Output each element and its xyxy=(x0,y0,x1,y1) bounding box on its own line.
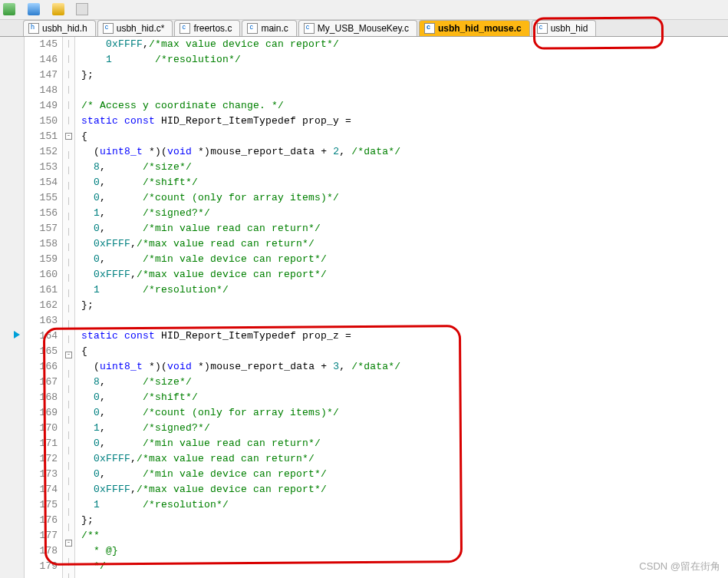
line-number: 146 xyxy=(25,52,58,68)
code-line[interactable]: }; xyxy=(81,513,728,528)
line-number: 174 xyxy=(25,482,58,497)
code-line[interactable]: 1 /*resolution*/ xyxy=(81,52,728,68)
code-line[interactable]: 1, /*signed?*/ xyxy=(81,421,728,436)
code-line[interactable]: 0, /*min vale device can report*/ xyxy=(81,252,728,267)
code-line[interactable]: }; xyxy=(81,68,728,83)
line-number: 173 xyxy=(25,467,58,482)
line-number: 166 xyxy=(25,359,58,375)
toolbar-icon[interactable] xyxy=(28,3,40,15)
line-number: 170 xyxy=(25,421,58,436)
gutter-fold[interactable]: ||||||-|||||||||||||-|||||||||||-|| xyxy=(63,37,75,578)
code-area[interactable]: 0xFFFF,/*max value device can report*/ 1… xyxy=(75,37,728,578)
code-line[interactable]: 0, /*count (only for array items)*/ xyxy=(81,405,728,421)
fold-toggle-icon[interactable]: - xyxy=(65,133,72,140)
code-line[interactable]: 1 /*resolution*/ xyxy=(81,282,728,298)
toolbar-icon[interactable] xyxy=(76,3,88,15)
line-number: 155 xyxy=(25,190,58,206)
code-line[interactable]: 0, /*min value read can return*/ xyxy=(81,221,728,236)
file-c-icon xyxy=(537,23,548,34)
code-line[interactable]: 0, /*count (only for array items)*/ xyxy=(81,190,728,206)
toolbar-icon[interactable] xyxy=(3,3,15,15)
tab-bar: usbh_hid.husbh_hid.c*freertos.cmain.cMy_… xyxy=(0,20,728,37)
code-line[interactable]: }; xyxy=(81,298,728,313)
code-line[interactable]: /* Access y coordinate change. */ xyxy=(81,98,728,114)
code-line[interactable]: static const HID_Report_ItemTypedef prop… xyxy=(81,114,728,129)
line-number: 172 xyxy=(25,451,58,467)
file-c-icon xyxy=(424,23,435,34)
tab-usbh-hid-mouse-c[interactable]: usbh_hid_mouse.c xyxy=(419,20,530,36)
tab-label: main.c xyxy=(261,23,288,34)
line-number: 167 xyxy=(25,375,58,390)
code-line[interactable]: { xyxy=(81,344,728,359)
line-number: 163 xyxy=(25,313,58,329)
line-number: 159 xyxy=(25,252,58,267)
line-number: 177 xyxy=(25,528,58,543)
code-line[interactable]: 8, /*size*/ xyxy=(81,375,728,390)
code-line[interactable]: 0, /*shift*/ xyxy=(81,175,728,190)
file-c-icon xyxy=(304,23,315,34)
tab-freertos-c[interactable]: freertos.c xyxy=(174,20,240,36)
gutter-breakpoints[interactable] xyxy=(0,37,25,578)
fold-toggle-icon[interactable]: - xyxy=(65,352,72,358)
code-line[interactable]: 0xFFFF,/*max value read can return*/ xyxy=(81,236,728,252)
toolbar-icon[interactable] xyxy=(52,3,64,15)
tab-label: usbh_hid xyxy=(551,23,588,34)
code-line[interactable]: 0xFFFF,/*max value read can return*/ xyxy=(81,451,728,467)
line-number: 151 xyxy=(25,129,58,144)
line-number: 153 xyxy=(25,160,58,175)
line-number: 165 xyxy=(25,344,58,359)
file-h-icon xyxy=(28,23,39,34)
file-c-icon xyxy=(180,23,190,34)
line-number: 179 xyxy=(25,559,58,574)
code-line[interactable]: { xyxy=(81,129,728,144)
code-line[interactable]: 0, /*min vale device can report*/ xyxy=(81,467,728,482)
editor: 1451461471481491501511521531541551561571… xyxy=(0,37,728,578)
code-line[interactable]: */ xyxy=(81,559,728,574)
tab-label: freertos.c xyxy=(193,23,232,34)
line-number: 158 xyxy=(25,236,58,252)
line-number: 160 xyxy=(25,267,58,282)
code-line[interactable]: 8, /*size*/ xyxy=(81,160,728,175)
toolbar xyxy=(0,0,728,20)
line-number: 149 xyxy=(25,98,58,114)
code-line[interactable]: * @} xyxy=(81,543,728,559)
tab-usbh-hid-h[interactable]: usbh_hid.h xyxy=(23,20,96,36)
line-number: 161 xyxy=(25,282,58,298)
line-number: 178 xyxy=(25,543,58,559)
line-number: 154 xyxy=(25,175,58,190)
line-number: 147 xyxy=(25,68,58,83)
tab-usbh-hid[interactable]: usbh_hid xyxy=(532,20,597,36)
tab-label: usbh_hid_mouse.c xyxy=(438,23,522,34)
file-c-icon xyxy=(103,23,114,34)
code-line[interactable] xyxy=(81,83,728,98)
code-line[interactable]: 1, /*signed?*/ xyxy=(81,206,728,221)
line-number: 168 xyxy=(25,390,58,405)
fold-toggle-icon[interactable]: - xyxy=(65,540,72,547)
tab-my-usb-mousekey-c[interactable]: My_USB_MouseKey.c xyxy=(298,20,417,36)
code-line[interactable]: static const HID_Report_ItemTypedef prop… xyxy=(81,329,728,344)
code-line[interactable]: 0xFFFF,/*max value device can report*/ xyxy=(81,482,728,497)
tab-label: My_USB_MouseKey.c xyxy=(318,23,409,34)
line-number: 150 xyxy=(25,114,58,129)
gutter-line-numbers: 1451461471481491501511521531541551561571… xyxy=(25,37,63,578)
code-line[interactable]: (uint8_t *)(void *)mouse_report_data + 2… xyxy=(81,144,728,160)
code-line[interactable]: 0xFFFF,/*max value device can report*/ xyxy=(81,37,728,52)
code-line[interactable]: 0xFFFF,/*max value device can report*/ xyxy=(81,267,728,282)
tab-main-c[interactable]: main.c xyxy=(242,20,296,36)
line-number: 156 xyxy=(25,206,58,221)
tab-label: usbh_hid.h xyxy=(42,23,87,34)
watermark: CSDN @留在街角 xyxy=(639,560,720,573)
code-line[interactable]: (uint8_t *)(void *)mouse_report_data + 3… xyxy=(81,359,728,375)
code-line[interactable] xyxy=(81,313,728,329)
file-c-icon xyxy=(247,23,258,34)
line-number: 176 xyxy=(25,513,58,528)
code-line[interactable]: 1 /*resolution*/ xyxy=(81,497,728,513)
line-number: 169 xyxy=(25,405,58,421)
code-line[interactable]: 0, /*min value read can return*/ xyxy=(81,436,728,451)
line-number: 145 xyxy=(25,37,58,52)
line-number: 148 xyxy=(25,83,58,98)
line-number: 162 xyxy=(25,298,58,313)
code-line[interactable]: /** xyxy=(81,528,728,543)
tab-usbh-hid-c-[interactable]: usbh_hid.c* xyxy=(97,20,173,36)
code-line[interactable]: 0, /*shift*/ xyxy=(81,390,728,405)
